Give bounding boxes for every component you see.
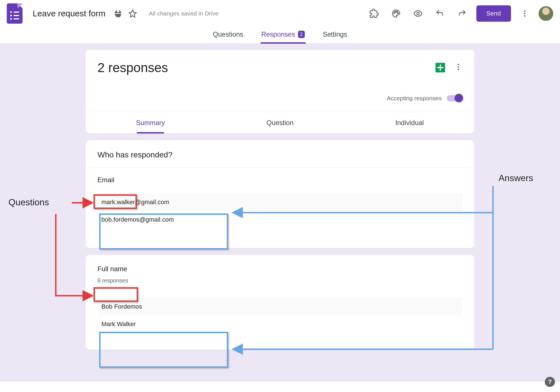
annotation-red-box bbox=[94, 194, 137, 209]
svg-point-4 bbox=[417, 12, 419, 15]
answer-row: mark.walker@gmail.com bbox=[97, 193, 463, 211]
user-avatar[interactable] bbox=[539, 6, 553, 21]
accepting-responses-toggle[interactable] bbox=[447, 95, 463, 101]
svg-point-9 bbox=[458, 66, 459, 68]
answer-row: Mark Walker bbox=[97, 315, 463, 333]
responses-more-icon[interactable] bbox=[454, 63, 463, 72]
help-button[interactable]: ? bbox=[545, 377, 555, 387]
annotation-red-box bbox=[94, 287, 138, 302]
svg-point-6 bbox=[524, 13, 526, 14]
svg-point-10 bbox=[458, 69, 459, 70]
tab-responses[interactable]: Responses 2 bbox=[260, 27, 306, 43]
question-label-email: Email bbox=[97, 176, 114, 184]
star-icon[interactable] bbox=[125, 6, 140, 21]
preview-icon[interactable] bbox=[410, 6, 426, 21]
question-label-fullname: Full name bbox=[97, 265, 127, 273]
fullname-count: 6 responses bbox=[97, 277, 463, 284]
tab-settings[interactable]: Settings bbox=[322, 27, 348, 43]
tab-questions[interactable]: Questions bbox=[212, 27, 245, 43]
who-responded-title: Who has responded? bbox=[97, 150, 463, 159]
document-title[interactable]: Leave request form bbox=[33, 9, 105, 18]
responses-badge: 2 bbox=[298, 31, 305, 38]
svg-point-1 bbox=[395, 11, 395, 12]
move-to-drive-icon[interactable] bbox=[111, 6, 125, 21]
theme-icon[interactable] bbox=[388, 6, 404, 21]
subtab-summary[interactable]: Summary bbox=[86, 112, 215, 133]
svg-point-0 bbox=[394, 13, 395, 14]
svg-point-5 bbox=[524, 10, 526, 12]
send-button[interactable]: Send bbox=[476, 5, 511, 22]
subtab-individual[interactable]: Individual bbox=[345, 112, 474, 133]
responses-heading: 2 responses bbox=[97, 60, 435, 75]
tab-responses-label: Responses bbox=[261, 30, 295, 38]
svg-point-7 bbox=[524, 15, 526, 17]
annotation-blue-box bbox=[99, 332, 228, 368]
svg-point-3 bbox=[397, 13, 398, 14]
subtab-question[interactable]: Question bbox=[215, 112, 345, 133]
save-status: All changes saved in Drive bbox=[149, 10, 218, 17]
svg-point-2 bbox=[396, 11, 397, 12]
addons-icon[interactable] bbox=[366, 6, 382, 21]
undo-icon[interactable] bbox=[432, 6, 448, 21]
answer-row: Bob Fordemos bbox=[97, 298, 463, 315]
forms-logo[interactable] bbox=[7, 3, 23, 24]
sheets-icon[interactable] bbox=[435, 63, 445, 72]
more-menu-icon[interactable] bbox=[518, 6, 532, 21]
redo-icon[interactable] bbox=[454, 6, 470, 21]
svg-point-8 bbox=[458, 64, 459, 65]
annotation-blue-box bbox=[99, 213, 228, 250]
responses-card: 2 responses Accepting responses Summary … bbox=[86, 50, 474, 133]
accepting-responses-label: Accepting responses bbox=[387, 95, 442, 102]
